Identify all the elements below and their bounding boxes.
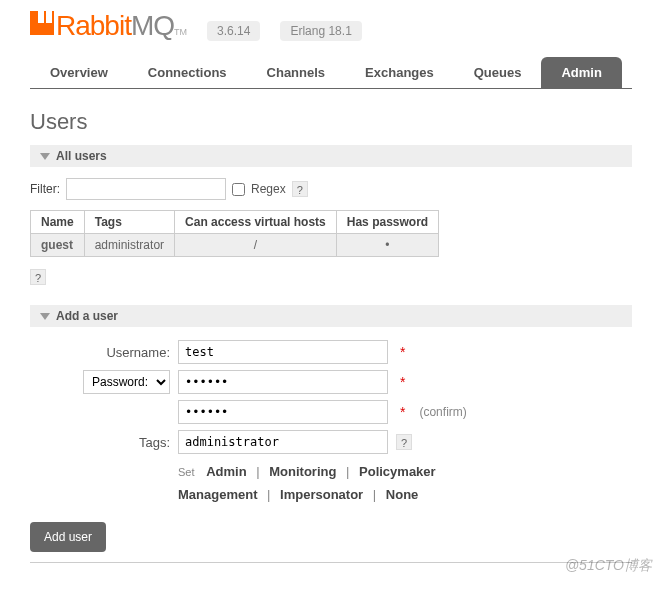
user-name-cell: guest <box>31 234 85 257</box>
version-badge: 3.6.14 <box>207 21 260 41</box>
user-password-cell: • <box>336 234 438 257</box>
tags-label: Tags: <box>30 435 170 450</box>
help-icon-table[interactable]: ? <box>30 269 46 285</box>
filter-input[interactable] <box>66 178 226 200</box>
required-mark: * <box>400 344 405 360</box>
erlang-badge: Erlang 18.1 <box>280 21 361 41</box>
nav-tabs: Overview Connections Channels Exchanges … <box>30 57 632 89</box>
help-icon-tags[interactable]: ? <box>396 434 412 450</box>
regex-label: Regex <box>251 182 286 196</box>
help-icon-filter[interactable]: ? <box>292 181 308 197</box>
tab-overview[interactable]: Overview <box>30 57 128 88</box>
users-table: Name Tags Can access virtual hosts Has p… <box>30 210 439 257</box>
section-title-add-user: Add a user <box>56 309 118 323</box>
tab-queues[interactable]: Queues <box>454 57 542 88</box>
section-all-users[interactable]: All users <box>30 145 632 168</box>
logo-tm: TM <box>174 27 187 37</box>
collapse-icon <box>40 313 50 320</box>
required-mark: * <box>400 404 405 420</box>
col-tags: Tags <box>84 211 174 234</box>
col-password: Has password <box>336 211 438 234</box>
filter-label: Filter: <box>30 182 60 196</box>
col-name: Name <box>31 211 85 234</box>
rabbitmq-logo-icon <box>30 11 54 35</box>
page-title: Users <box>30 109 632 135</box>
table-row[interactable]: guest administrator / • <box>31 234 439 257</box>
add-user-button[interactable]: Add user <box>30 522 106 552</box>
tab-exchanges[interactable]: Exchanges <box>345 57 454 88</box>
username-input[interactable] <box>178 340 388 364</box>
section-title-all-users: All users <box>56 149 107 163</box>
tag-link-impersonator[interactable]: Impersonator <box>280 487 363 502</box>
collapse-icon <box>40 153 50 160</box>
tab-channels[interactable]: Channels <box>247 57 346 88</box>
tag-link-management[interactable]: Management <box>178 487 257 502</box>
confirm-label: (confirm) <box>419 405 466 419</box>
tag-link-none[interactable]: None <box>386 487 419 502</box>
tab-connections[interactable]: Connections <box>128 57 247 88</box>
tag-link-admin[interactable]: Admin <box>206 464 246 479</box>
required-mark: * <box>400 374 405 390</box>
watermark: @51CTO博客 <box>565 557 652 573</box>
set-label: Set <box>178 466 195 478</box>
rabbitmq-logo: RabbitMQTM <box>30 10 187 42</box>
section-add-user[interactable]: Add a user <box>30 305 632 328</box>
tag-link-policymaker[interactable]: Policymaker <box>359 464 436 479</box>
password-confirm-input[interactable] <box>178 400 388 424</box>
tab-admin[interactable]: Admin <box>541 57 621 88</box>
username-label: Username: <box>30 345 170 360</box>
logo-text: RabbitMQ <box>56 10 174 42</box>
regex-checkbox[interactable] <box>232 183 245 196</box>
col-vhosts: Can access virtual hosts <box>175 211 337 234</box>
tags-input[interactable] <box>178 430 388 454</box>
password-select[interactable]: Password: <box>83 370 170 394</box>
tag-link-monitoring[interactable]: Monitoring <box>269 464 336 479</box>
user-vhosts-cell: / <box>175 234 337 257</box>
user-tags-cell: administrator <box>84 234 174 257</box>
password-input[interactable] <box>178 370 388 394</box>
